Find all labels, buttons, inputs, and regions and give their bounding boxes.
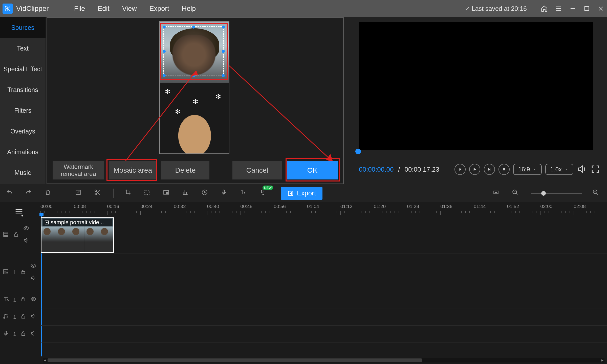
home-icon[interactable] — [541, 5, 548, 12]
sidebar-item-music[interactable]: Music — [0, 162, 46, 183]
stt-icon[interactable]: NEW — [259, 189, 268, 198]
last-saved-label: Last saved at 20:16 — [465, 5, 527, 12]
svg-rect-21 — [4, 232, 8, 236]
svg-rect-26 — [22, 271, 25, 274]
lock-icon[interactable] — [20, 296, 26, 304]
cancel-button[interactable]: Cancel — [232, 161, 282, 179]
visibility-icon[interactable] — [30, 296, 36, 304]
title-bar: VidClipper File Edit View Export Help La… — [0, 0, 607, 17]
menu-edit[interactable]: Edit — [98, 5, 110, 13]
zoom-slider[interactable] — [531, 193, 582, 194]
sidebar-item-filters[interactable]: Filters — [0, 100, 46, 121]
lock-icon[interactable] — [20, 313, 26, 321]
scrollbar-thumb[interactable] — [48, 358, 422, 362]
export-button[interactable]: Export — [281, 187, 322, 200]
next-frame-button[interactable] — [484, 164, 495, 175]
sidebar-item-overlays[interactable]: Overlays — [0, 121, 46, 142]
main-menu: File Edit View Export Help — [74, 5, 196, 13]
tts-icon[interactable] — [240, 189, 248, 198]
redo-icon[interactable] — [25, 189, 34, 198]
fullscreen-icon[interactable] — [591, 164, 601, 174]
menu-view[interactable]: View — [122, 5, 137, 13]
sidebar-item-special-effect[interactable]: Special Effect — [0, 59, 46, 79]
delete-icon[interactable] — [45, 189, 53, 198]
image-track-icon — [3, 268, 9, 277]
sidebar-item-transitions[interactable]: Transitions — [0, 79, 46, 100]
lock-icon[interactable] — [20, 269, 26, 276]
delete-button[interactable]: Delete — [161, 161, 209, 179]
svg-rect-25 — [4, 269, 8, 274]
music-track[interactable]: 1 — [40, 308, 607, 326]
ruler-label: 01:28 — [407, 204, 419, 209]
menu-export[interactable]: Export — [149, 5, 169, 13]
svg-marker-4 — [191, 71, 198, 76]
mute-icon[interactable] — [30, 330, 36, 338]
crop-icon[interactable] — [124, 189, 133, 198]
image-track[interactable]: 1 — [40, 254, 607, 291]
edit-icon[interactable] — [75, 189, 83, 198]
timeline: 00:0000:0800:1600:2400:3200:4000:4800:56… — [0, 202, 607, 364]
split-icon[interactable] — [94, 189, 103, 198]
scroll-left-icon[interactable]: ◄ — [43, 358, 47, 362]
prev-frame-button[interactable] — [454, 164, 466, 175]
svg-rect-32 — [22, 316, 25, 318]
svg-rect-16 — [262, 190, 263, 193]
watermark-removal-button[interactable]: Watermark removal area — [53, 161, 104, 179]
ruler-label: 01:52 — [507, 204, 519, 209]
volume-icon[interactable] — [577, 164, 587, 174]
zoom-out-icon[interactable] — [512, 189, 521, 198]
mute-icon[interactable] — [30, 275, 36, 282]
text-track[interactable]: 1 — [40, 291, 607, 308]
duration-icon[interactable] — [201, 189, 210, 198]
video-track[interactable]: sample portrait vide... — [40, 216, 607, 254]
annotation-arrow-right — [227, 63, 338, 169]
svg-rect-22 — [15, 234, 18, 236]
voice-track[interactable]: 1 — [40, 326, 607, 343]
sidebar-item-sources[interactable]: Sources — [0, 17, 46, 38]
timeline-toolbar: NEW Export — [0, 184, 607, 202]
minimize-icon[interactable] — [569, 5, 576, 12]
hamburger-icon[interactable] — [555, 5, 562, 12]
zoom-in-icon[interactable] — [592, 189, 601, 198]
timeline-scrollbar[interactable]: ◄ ► — [43, 358, 604, 362]
ruler-label: 02:08 — [574, 204, 586, 209]
menu-file[interactable]: File — [74, 5, 85, 13]
fit-icon[interactable] — [493, 189, 501, 198]
undo-icon[interactable] — [6, 189, 15, 198]
scroll-right-icon[interactable]: ► — [600, 358, 604, 362]
ok-button[interactable]: OK — [287, 161, 338, 179]
menu-help[interactable]: Help — [182, 5, 196, 13]
visibility-icon[interactable] — [30, 263, 36, 270]
aspect-ratio-select[interactable]: 16:9 — [513, 164, 542, 175]
mosaic-icon[interactable] — [144, 189, 152, 198]
sidebar-item-text[interactable]: Text — [0, 38, 46, 59]
timecode-current: 00:00:00.00 — [359, 166, 394, 173]
mosaic-area-button[interactable]: Mosaic area — [109, 161, 156, 179]
mute-icon[interactable] — [30, 313, 36, 321]
ruler-label: 00:32 — [174, 204, 186, 209]
preview-screen[interactable] — [359, 22, 593, 150]
svg-rect-33 — [5, 331, 7, 334]
timeline-clip[interactable]: sample portrait vide... — [41, 217, 114, 253]
close-icon[interactable] — [597, 5, 604, 12]
maximize-icon[interactable] — [583, 5, 590, 12]
stats-icon[interactable] — [182, 189, 191, 198]
preview-playhead[interactable] — [355, 149, 361, 154]
play-button[interactable] — [469, 164, 480, 175]
lock-icon[interactable] — [13, 231, 19, 239]
ruler-label: 01:20 — [374, 204, 386, 209]
voice-track-icon — [3, 330, 9, 338]
time-ruler[interactable]: 00:0000:0800:1600:2400:3200:4000:4800:56… — [40, 204, 607, 216]
mute-icon[interactable] — [23, 237, 29, 245]
svg-line-5 — [229, 66, 333, 162]
stop-button[interactable] — [498, 164, 510, 175]
svg-line-3 — [123, 71, 196, 164]
visibility-icon[interactable] — [23, 225, 29, 233]
pip-icon[interactable] — [163, 189, 171, 198]
svg-rect-7 — [503, 168, 505, 170]
lock-icon[interactable] — [20, 330, 26, 338]
voiceover-icon[interactable] — [221, 189, 229, 198]
playback-speed-select[interactable]: 1.0x — [545, 164, 573, 175]
clip-name: sample portrait vide... — [51, 219, 104, 226]
sidebar-item-animations[interactable]: Animations — [0, 142, 46, 162]
